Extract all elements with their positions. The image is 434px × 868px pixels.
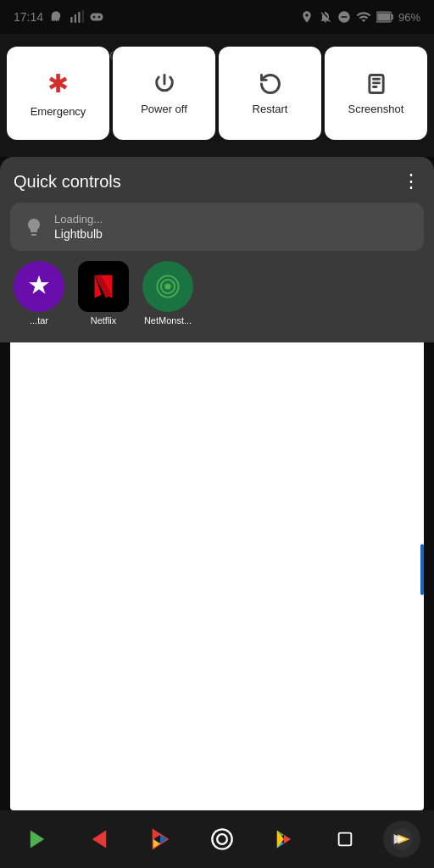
netflix-app-icon [78,261,129,312]
svg-point-26 [212,829,231,849]
power-off-label: Power off [141,103,187,115]
netmonster-logo [153,271,183,302]
qc-title: Quick controls [14,172,121,192]
svg-marker-31 [284,835,291,844]
google-play-icon [272,827,296,851]
lightbulb-label: Lightbulb [54,227,103,241]
white-content-area [10,329,424,810]
nav-assistant[interactable] [383,821,420,858]
restart-button[interactable]: Restart [219,47,321,140]
star-app-label: ...tar [30,315,48,326]
nav-back[interactable] [75,821,123,858]
quick-controls-panel: Quick controls ⋮ Loading... Lightbulb ..… [0,157,434,342]
play-multi-icon [148,827,172,851]
nav-square[interactable] [321,821,369,858]
netmonster-app[interactable]: NetMonst... [142,261,193,326]
nav-home[interactable] [198,821,246,858]
emergency-label: Emergency [31,105,86,118]
svg-marker-21 [92,831,106,849]
back-icon [87,827,111,851]
star-app[interactable]: ...tar [14,261,64,326]
netmonster-app-icon [142,261,193,312]
qc-more-button[interactable]: ⋮ [402,170,420,192]
emergency-button[interactable]: ✱ Emergency [7,47,109,140]
square-icon [336,830,354,849]
nav-google-play[interactable] [260,821,308,858]
lightbulb-icon [24,217,44,237]
nav-bar [0,810,434,868]
screenshot-button[interactable]: Screenshot [325,47,427,140]
screenshot-icon [364,72,388,96]
emergency-icon: ✱ [47,69,69,98]
scroll-hint [420,544,424,595]
lightbulb-item[interactable]: Loading... Lightbulb [10,203,424,251]
play-green-icon [25,827,49,851]
loading-text: Loading... [54,213,103,225]
svg-rect-33 [339,833,352,846]
star-app-icon [14,261,64,312]
power-icon [153,72,176,96]
power-off-button[interactable]: Power off [113,47,215,140]
home-icon [210,827,234,851]
nav-play-green[interactable] [14,821,61,858]
netmonster-label: NetMonst... [144,315,192,326]
nav-play-multi[interactable] [136,821,184,858]
netflix-logo [88,271,119,302]
restart-label: Restart [253,103,288,115]
assistant-icon [390,827,414,851]
svg-point-19 [164,283,170,289]
restart-icon [259,72,282,96]
screenshot-label: Screenshot [348,103,404,115]
qc-item-text: Loading... Lightbulb [54,213,103,241]
svg-point-27 [217,834,227,844]
star-inner-icon [25,273,53,300]
svg-marker-20 [31,831,44,849]
netflix-label: Netflix [91,315,117,326]
power-menu: ✱ Emergency Power off Restart [7,47,427,140]
netflix-app[interactable]: Netflix [78,261,129,326]
qc-header: Quick controls ⋮ [0,170,434,203]
app-icons-row: ...tar Netflix NetMonst... [0,251,434,336]
